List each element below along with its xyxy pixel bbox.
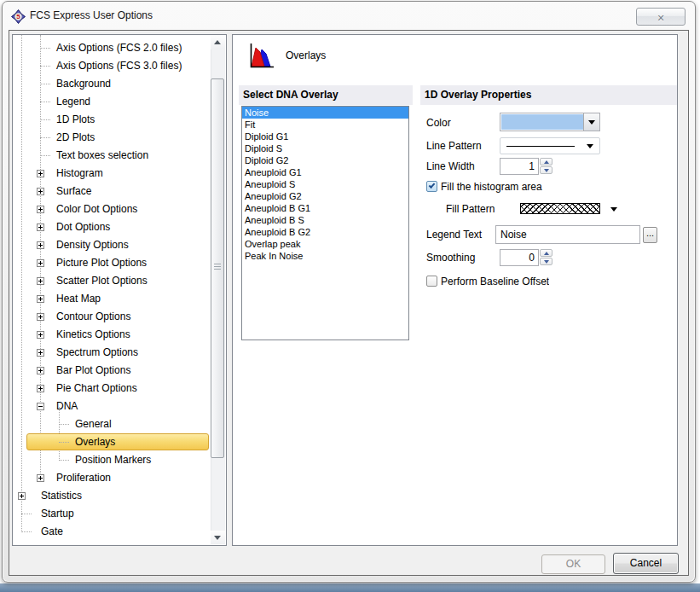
overlay-list-item[interactable]: Aneuploid B G2 [242, 226, 408, 238]
line-pattern-dropdown[interactable] [500, 137, 600, 154]
expand-plus-icon[interactable] [37, 331, 44, 339]
overlay-list-item[interactable]: Diploid S [242, 142, 408, 154]
expand-plus-icon[interactable] [37, 313, 44, 321]
tree-item-kinetics-options[interactable]: Kinetics Options [13, 326, 209, 344]
options-tree-panel[interactable]: Axis Options (FCS 2.0 files)Axis Options… [12, 34, 227, 546]
fill-histogram-checkbox[interactable] [426, 181, 437, 192]
legend-text-input[interactable] [495, 225, 640, 244]
tree-item-dna[interactable]: DNA [13, 398, 209, 415]
ok-button[interactable]: OK [541, 554, 605, 574]
spin-down-button[interactable] [540, 258, 552, 265]
color-dropdown-button[interactable] [583, 113, 599, 131]
triangle-up-icon [544, 252, 549, 255]
expand-plus-icon[interactable] [37, 349, 44, 357]
tree-item-overlays[interactable]: Overlays [13, 433, 209, 451]
tree-item-label: Gate [41, 523, 63, 541]
triangle-down-icon [544, 260, 549, 264]
tree-scrollbar[interactable] [211, 36, 225, 544]
tree-item-picture-plot-options[interactable]: Picture Plot Options [13, 254, 209, 272]
tree-branch-stub [59, 442, 69, 443]
expand-plus-icon[interactable] [37, 223, 44, 231]
tree-item-statistics[interactable]: Statistics [13, 487, 209, 505]
tree-item-histogram[interactable]: Histogram [13, 165, 209, 183]
expand-plus-icon[interactable] [37, 277, 44, 285]
line-width-label: Line Width [426, 160, 475, 172]
scroll-down-button[interactable] [211, 531, 225, 544]
chevron-down-icon [610, 207, 617, 212]
tree-item-1d-plots[interactable]: 1D Plots [13, 111, 209, 129]
cancel-button[interactable]: Cancel [613, 553, 679, 574]
tree-item-text-boxes-selection[interactable]: Text boxes selection [13, 147, 209, 165]
tree-item-axis-options-fcs-3-0-files-[interactable]: Axis Options (FCS 3.0 files) [13, 57, 209, 75]
tree-item-contour-options[interactable]: Contour Options [13, 308, 209, 326]
expand-plus-icon[interactable] [37, 474, 44, 482]
fill-pattern-dropdown[interactable] [500, 200, 623, 218]
tree-item-scatter-plot-options[interactable]: Scatter Plot Options [13, 272, 209, 290]
overlay-list-item[interactable]: Diploid G1 [242, 131, 408, 142]
close-button[interactable]: ✕ [636, 8, 686, 26]
tree-item-pie-chart-options[interactable]: Pie Chart Options [13, 380, 209, 398]
titlebar[interactable]: 5 FCS Express User Options ✕ [3, 2, 695, 30]
spin-up-button[interactable] [540, 158, 552, 165]
tree-item-surface[interactable]: Surface [13, 183, 209, 200]
tree-item-proliferation[interactable]: Proliferation [13, 469, 209, 487]
line-width-value[interactable]: 1 [500, 158, 539, 175]
tree-branch-stub [21, 514, 32, 514]
tree-item-gate[interactable]: Gate [13, 523, 209, 541]
solid-line-sample-icon [506, 146, 575, 147]
legend-text-browse-button[interactable]: ... [643, 227, 657, 243]
tree-item-general[interactable]: General [13, 415, 209, 433]
tree-item-2d-plots[interactable]: 2D Plots [13, 129, 209, 147]
overlay-list-item[interactable]: Aneuploid G2 [242, 190, 408, 202]
expand-plus-icon[interactable] [37, 295, 44, 303]
perform-baseline-offset-checkbox[interactable] [426, 276, 437, 287]
overlay-list-item[interactable]: Diploid G2 [242, 154, 408, 166]
overlay-list-item[interactable]: Aneuploid B G1 [242, 202, 408, 214]
scrollbar-grip-icon [214, 266, 221, 267]
tree-item-density-options[interactable]: Density Options [13, 236, 209, 254]
tree-item-position-markers[interactable]: Position Markers [13, 451, 209, 469]
overlay-list-item[interactable]: Fit [242, 119, 408, 131]
tree-item-heat-map[interactable]: Heat Map [13, 290, 209, 308]
tree-item-legend[interactable]: Legend [13, 93, 209, 111]
overlay-list-item[interactable]: Overlap peak [242, 238, 408, 250]
expand-plus-icon[interactable] [37, 259, 44, 267]
line-width-spinner[interactable]: 1 [500, 158, 553, 175]
tree-item-spectrum-options[interactable]: Spectrum Options [13, 344, 209, 362]
tree-item-label: Bar Plot Options [56, 362, 130, 380]
collapse-minus-icon[interactable] [37, 403, 44, 410]
expand-plus-icon[interactable] [18, 492, 26, 500]
overlay-list-item[interactable]: Noise [242, 107, 408, 119]
expand-plus-icon[interactable] [37, 385, 44, 392]
tree-item-startup[interactable]: Startup [13, 505, 209, 523]
desktop-background-strip [0, 583, 700, 592]
tree-item-axis-options-fcs-2-0-files-[interactable]: Axis Options (FCS 2.0 files) [13, 39, 209, 57]
expand-plus-icon[interactable] [37, 367, 44, 374]
expand-plus-icon[interactable] [37, 206, 44, 213]
smoothing-spinner[interactable]: 0 [500, 249, 553, 266]
overlay-list-item[interactable]: Aneuploid B S [242, 214, 408, 226]
scrollbar-thumb[interactable] [211, 78, 224, 458]
smoothing-value[interactable]: 0 [500, 249, 539, 266]
overlay-list-item[interactable]: Aneuploid S [242, 178, 408, 190]
dna-overlay-listbox[interactable]: NoiseFitDiploid G1Diploid SDiploid G2Ane… [241, 106, 409, 340]
expand-plus-icon[interactable] [37, 241, 44, 249]
tree-item-background[interactable]: Background [13, 75, 209, 93]
close-icon: ✕ [657, 13, 664, 23]
triangle-up-icon [214, 40, 221, 44]
tree-item-label: Surface [56, 183, 91, 200]
spin-up-button[interactable] [540, 249, 552, 257]
tree-item-color-dot-options[interactable]: Color Dot Options [13, 200, 209, 218]
overlay-list-item[interactable]: Aneuploid G1 [242, 166, 408, 178]
chevron-down-icon [588, 120, 595, 125]
tree-item-dot-options[interactable]: Dot Options [13, 218, 209, 236]
overlay-list-item[interactable]: Peak In Noise [242, 250, 408, 262]
scroll-up-button[interactable] [211, 36, 225, 49]
tree-item-bar-plot-options[interactable]: Bar Plot Options [13, 362, 209, 380]
tree-item-label: Heat Map [56, 290, 101, 308]
expand-plus-icon[interactable] [37, 170, 44, 177]
expand-plus-icon[interactable] [37, 188, 44, 195]
tree-item-label: Histogram [56, 165, 103, 183]
spin-down-button[interactable] [540, 166, 552, 174]
color-dropdown[interactable] [500, 113, 600, 131]
